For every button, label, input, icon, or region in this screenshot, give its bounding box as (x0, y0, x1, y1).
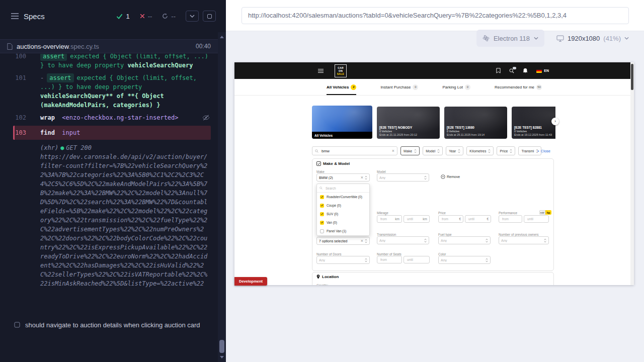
reporter-scrollbar[interactable] (218, 32, 226, 362)
transmission-select[interactable]: Any (377, 236, 429, 244)
price-from-input[interactable] (441, 217, 458, 221)
checkbox-checked-icon[interactable] (320, 195, 324, 199)
checkbox-checked-icon[interactable] (320, 204, 324, 208)
card-title: [E2E TEST] NOBODY (379, 126, 417, 130)
tab-recommended[interactable]: Recommended for me 50 (495, 79, 542, 95)
xhr-log-entry[interactable]: (xhr)●GET 200 https://dev.caronsale.de/a… (40, 143, 209, 288)
option-panel-van[interactable]: Panel Van (1) (317, 227, 369, 235)
tab-count-badge: 0 (413, 84, 418, 90)
aut-scrollbar[interactable] (630, 62, 634, 285)
auction-card[interactable]: [E2E TEST] NOBODY 0 Vehicles Ends at 21.… (377, 107, 440, 139)
scrollbar-thumb[interactable] (219, 340, 224, 353)
spec-header[interactable]: auctions-overview.spec.cy.ts 00:40 (0, 39, 218, 53)
tab-all-vehicles[interactable]: All Vehicles 2 (327, 79, 356, 95)
unit-label: € (487, 217, 489, 221)
auction-card[interactable]: [E2E TEST] 13680 0 Vehicles Ends at 25.1… (444, 107, 507, 139)
option-label: Roadster/Convertible (0) (327, 195, 362, 199)
filter-pill-model[interactable]: Model (423, 146, 443, 155)
color-select[interactable]: Any (438, 256, 491, 264)
performance-until-field (524, 215, 549, 223)
remove-label: Remove (447, 175, 460, 178)
mileage-from-input[interactable] (379, 217, 394, 221)
checkbox-checked-icon[interactable] (320, 221, 324, 225)
price-until-input[interactable] (467, 217, 486, 221)
seats-until-input[interactable] (406, 257, 427, 262)
option-coupe[interactable]: Coupe (0) (317, 201, 369, 210)
stepper-icon (458, 149, 460, 153)
notification-badge (513, 67, 516, 69)
make-select[interactable]: BMW (2) × (316, 173, 370, 182)
model-select[interactable]: Any (377, 173, 429, 182)
performance-until-input[interactable] (526, 217, 546, 221)
stepper-icon (424, 175, 427, 180)
pill-label: Make (404, 149, 412, 153)
language-code: EN (544, 69, 549, 72)
eye-slash-icon[interactable] (202, 115, 210, 121)
carousel-next-button[interactable]: › (551, 118, 559, 125)
vehicle-search-input[interactable] (320, 148, 390, 154)
option-roadster[interactable]: Roadster/Convertible (0) (317, 193, 369, 201)
option-van[interactable]: Van (0) (317, 218, 369, 227)
stop-button[interactable] (203, 11, 216, 22)
stepper-icon (437, 149, 440, 153)
log-entry[interactable]: 100 assertexpected { Object (limit, offs… (0, 54, 218, 70)
price-label: Price (438, 211, 446, 215)
line-number: 103 (15, 128, 26, 137)
hamburger-menu-icon[interactable] (318, 69, 324, 73)
bookmark-icon[interactable] (496, 68, 501, 73)
filter-pill-make[interactable]: Make (400, 146, 420, 155)
stepper-icon (424, 238, 427, 243)
remove-row-button[interactable]: Remove (441, 174, 460, 179)
aut-scrollbar-thumb[interactable] (631, 64, 633, 90)
close-filters-button[interactable]: ×Close (537, 149, 550, 153)
bell-icon[interactable] (523, 68, 528, 73)
tab-label: Instant Purchase (380, 85, 411, 89)
checkbox-checked-icon[interactable] (320, 212, 324, 216)
browser-selector[interactable]: Electron 118 (476, 30, 544, 47)
log-entry[interactable]: 102 wrap <enzo-checkbox.ng-star-inserted… (0, 113, 218, 122)
card-end-date: Ends at 19.12.2025 from 11:43 (514, 133, 552, 137)
specs-title[interactable]: Specs (24, 12, 45, 21)
filter-pill-year[interactable]: Year (446, 146, 463, 155)
option-suv[interactable]: SUV (0) (317, 210, 369, 218)
owners-select[interactable]: Any (499, 236, 549, 244)
tab-parking-lot[interactable]: Parking Lot 0 (442, 79, 470, 95)
scroll-up-arrow[interactable] (220, 36, 224, 38)
log-entry-active[interactable]: 103 find input (13, 126, 211, 140)
specs-menu-icon[interactable] (11, 13, 19, 19)
scroll-down-arrow[interactable] (220, 356, 224, 358)
mileage-until-input[interactable] (406, 217, 422, 221)
aut-url-bar[interactable]: http://localhost:4200/salesman/auctions?… (242, 7, 629, 24)
hp-toggle[interactable]: hp (545, 210, 551, 215)
location-title: Location (322, 275, 339, 279)
auction-card[interactable]: [E2E TEST] 82881 0 Vehicles Ends at 19.1… (512, 107, 555, 139)
clear-search-icon[interactable]: × (392, 149, 394, 153)
language-selector[interactable]: EN (536, 69, 549, 73)
next-test-row[interactable]: should navigate to auction details when … (14, 321, 207, 330)
stepper-icon (414, 149, 417, 153)
circle-minus-icon (441, 174, 445, 179)
filter-pill-price[interactable]: Price (497, 146, 515, 155)
make-model-panel: Make & Model Make BMW (2) × Model Any Re… (312, 158, 554, 271)
seats-from-input[interactable] (379, 257, 399, 262)
auction-card-all-vehicles[interactable]: All Vehicles (312, 106, 372, 139)
search-agent-icon[interactable] (509, 68, 514, 73)
checkbox-unchecked-icon[interactable] (320, 229, 324, 233)
fuel-value: Any (441, 239, 484, 242)
model-value: Any (379, 176, 423, 179)
log-entry[interactable]: 101 -assertexpected { Object (limit, off… (0, 73, 218, 110)
fuel-select[interactable]: Any (438, 236, 491, 244)
tab-instant-purchase[interactable]: Instant Purchase 0 (380, 79, 418, 95)
dropdown-search-input[interactable] (325, 186, 367, 191)
pill-label: Price (500, 149, 508, 153)
kw-toggle[interactable]: kW (539, 210, 545, 215)
viewport-size-selector[interactable]: 1920x1080 (41%) (556, 35, 629, 42)
category-multiselect[interactable]: 7 options selected × (316, 237, 370, 245)
clear-category-icon[interactable]: × (361, 239, 363, 243)
doors-select[interactable]: Any (316, 256, 370, 264)
performance-from-input[interactable] (501, 217, 520, 221)
clear-make-icon[interactable]: × (361, 175, 363, 180)
filter-pill-kilometres[interactable]: Kilometres (466, 146, 494, 155)
caronsale-logo[interactable]: CAR ON SALE (335, 64, 347, 77)
collapse-button[interactable] (186, 11, 199, 22)
